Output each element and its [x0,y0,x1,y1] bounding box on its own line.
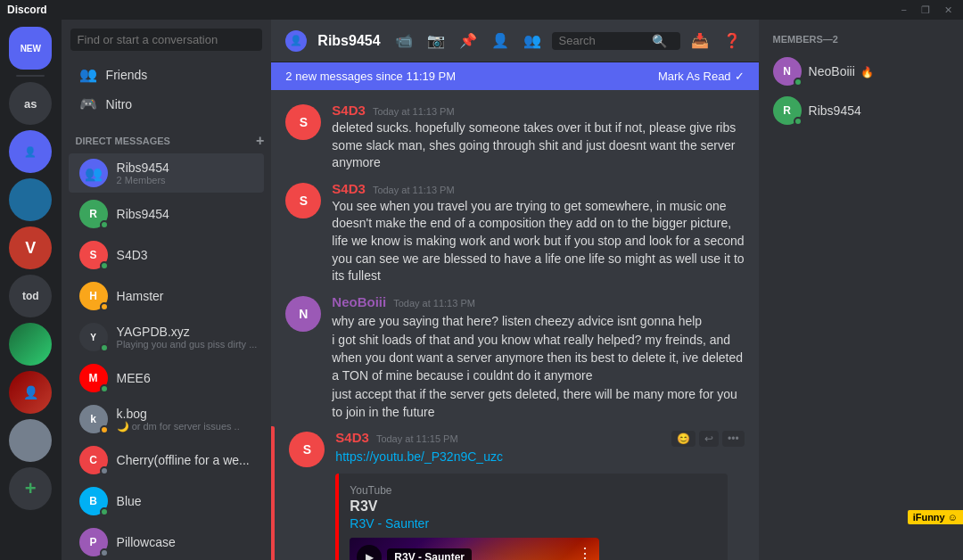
server-icon-as[interactable]: as [9,82,52,125]
server-icon-tod[interactable]: tod [9,275,52,317]
minimize-button[interactable]: − [898,4,910,16]
dm-sub-yagpdb: Playing you and gus piss dirty ... [117,339,258,350]
member-list-button[interactable]: 👥 [520,29,545,54]
dm-item-kbog[interactable]: k k.bog 🌙 or dm for server issues .. [69,399,265,439]
video-more-options[interactable]: ⋮ [578,545,592,560]
dm-info-pillowcase: Pillowcase [117,535,258,549]
start-call-button[interactable]: 📷 [424,29,449,54]
dm-item-cherry[interactable]: C Cherry(offline for a we... [69,441,265,480]
react-button-link[interactable]: 😊 [671,431,696,447]
embed-thumbnail[interactable]: ▶ R3V - Saunter ⋮ [350,538,599,560]
mark-as-read-label: Mark As Read [658,70,731,83]
message-text-neoboiii-3: just accept that if the server gets dele… [332,386,744,421]
channel-type-icon: 👤 [285,30,307,52]
member-item-ribs9454[interactable]: R Ribs9454 [766,91,956,130]
dm-name-ribs-group: Ribs9454 [117,161,258,175]
mark-as-read-button[interactable]: Mark As Read ✓ [658,70,745,83]
message-time-s4d3-2: Today at 11:13 PM [373,185,455,195]
dm-item-hamster[interactable]: H Hamster [69,276,265,316]
embed-video-preview: ▶ R3V - Saunter ⋮ [350,538,599,560]
inbox-icon[interactable]: 📥 [687,29,712,54]
message-time-s4d3-link: Today at 11:15 PM [376,433,458,444]
dm-info-kbog: k.bog 🌙 or dm for server issues .. [117,407,258,432]
server-icon-green[interactable] [9,323,52,366]
dm-sub-kbog: 🌙 or dm for server issues .. [117,421,258,432]
dm-item-ribs9454[interactable]: R Ribs9454 [69,194,265,234]
discord-body: NEW as 👤 V tod 👤 + 👥 Fri [0,20,963,560]
dm-name-blue: Blue [117,494,258,508]
start-video-button[interactable]: 📹 [391,29,416,54]
message-content-neoboiii: NeoBoiii Today at 11:13 PM 😊 ↩ ••• why a… [332,294,744,422]
server-icon-user-purple[interactable]: 👤 [9,130,52,173]
dm-name-kbog: k.bog [117,407,258,421]
server-icon-gray[interactable] [9,419,52,462]
dm-avatar-mee6: M [79,364,108,392]
youtube-link[interactable]: https://youtu.be/_P32n9C_uzc [335,449,503,464]
dm-name-yagpdb: YAGPDB.xyz [117,325,258,339]
dm-avatar-yagpdb: Y [79,323,108,351]
dm-item-pillowcase[interactable]: P Pillowcase [69,523,265,560]
message-author-s4d3-2: S4D3 [332,181,366,196]
dm-item-s4d3[interactable]: S S4D3 [69,235,265,275]
message-text-s4d3-2: You see when you travel you are trying t… [332,198,744,285]
dm-info-cherry: Cherry(offline for a we... [117,453,258,467]
nitro-item[interactable]: 🎮 Nitro [69,90,265,118]
message-author-s4d3: S4D3 [332,103,366,118]
server-list: NEW as 👤 V tod 👤 + [0,20,62,560]
dm-item-blue[interactable]: B Blue [69,482,265,521]
dm-avatar-blue: B [79,487,108,515]
dm-avatar-cherry: C [79,446,108,474]
server-icon-pink[interactable]: V [9,226,52,269]
server-icon-blue[interactable] [9,178,52,221]
more-options-button[interactable]: ••• [722,295,745,311]
member-avatar-ribs9454: R [773,96,802,125]
dm-info-ribs-group: Ribs9454 2 Members [117,161,258,185]
new-messages-banner[interactable]: 2 new messages since 11:19 PM Mark As Re… [271,62,758,90]
dm-item-ribs-group[interactable]: 👥 Ribs9454 2 Members [69,153,265,193]
server-icon-add[interactable]: + [9,467,52,510]
message-content-s4d3-link: S4D3 Today at 11:15 PM 😊 ↩ ••• https://y… [335,430,744,560]
reply-button[interactable]: ↩ [699,295,719,311]
server-icon-discord-home[interactable]: NEW [9,27,52,70]
message-group-neoboiii: N NeoBoiii Today at 11:13 PM 😊 ↩ ••• why… [271,291,758,425]
close-button[interactable]: ✕ [941,4,956,16]
ifunny-watermark: iFunny ☺ [908,510,963,524]
video-title-overlay: ▶ R3V - Saunter [357,545,472,560]
pin-icon[interactable]: 📌 [456,29,481,54]
restore-button[interactable]: ❐ [918,4,934,16]
search-input[interactable] [559,34,648,47]
dm-avatar-ribs-group: 👥 [79,159,108,187]
friends-item[interactable]: 👥 Friends [69,61,265,88]
server-icon-red-user[interactable]: 👤 [9,371,52,414]
youtube-embed: YouTube R3V R3V - Saunter ▶ R3V - Saunte… [335,474,728,560]
member-item-neoboiii[interactable]: N NeoBoiii 🔥 [766,52,956,91]
dm-item-yagpdb[interactable]: Y YAGPDB.xyz Playing you and gus piss di… [69,317,265,357]
help-icon[interactable]: ❓ [720,29,745,54]
dm-info-blue: Blue [117,494,258,508]
reply-button-link[interactable]: ↩ [699,431,719,447]
dm-avatar-hamster: H [79,282,108,310]
message-header-s4d3-link: S4D3 Today at 11:15 PM 😊 ↩ ••• [335,430,744,447]
nitro-label: Nitro [106,97,133,111]
dm-search-input[interactable] [70,29,263,51]
channel-name: Ribs9454 [317,33,380,49]
chat-main: 👤 Ribs9454 📹 📷 📌 👤 👥 🔍 📥 ❓ [271,20,758,560]
add-dm-button[interactable]: + [256,133,264,149]
dm-section-header: Direct Messages + [62,119,272,152]
dm-name-mee6: MEE6 [117,371,258,385]
add-friend-button[interactable]: 👤 [488,29,513,54]
search-bar: 🔍 [552,32,680,50]
react-button[interactable]: 😊 [671,295,696,311]
dm-item-mee6[interactable]: M MEE6 [69,358,265,398]
embed-title[interactable]: R3V - Saunter [350,516,717,531]
dm-avatar-pillowcase: P [79,528,108,556]
more-options-button-link[interactable]: ••• [722,431,745,447]
message-avatar-neoboiii: N [285,296,321,332]
members-header: MEMBERS—2 [766,34,956,45]
member-name-ribs9454: Ribs9454 [809,103,861,118]
message-time-neoboiii: Today at 11:13 PM [393,298,475,309]
header-actions: 📹 📷 📌 👤 👥 🔍 📥 ❓ [391,29,745,54]
message-group-s4d3-link: S S4D3 Today at 11:15 PM 😊 ↩ ••• [271,426,758,560]
friends-label: Friends [106,68,148,82]
message-content-s4d3-1: S4D3 Today at 11:13 PM deleted sucks. ho… [332,103,744,172]
